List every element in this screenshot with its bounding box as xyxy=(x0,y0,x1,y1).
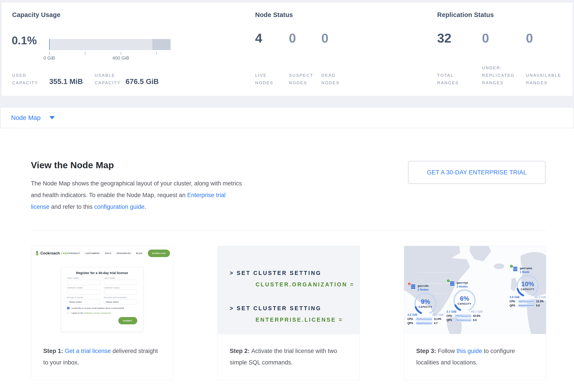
chevron-down-icon xyxy=(49,116,55,119)
axis-tick xyxy=(156,52,157,55)
checkbox-empty-icon xyxy=(67,312,69,314)
label-line: TOTAL xyxy=(437,72,459,79)
locality-header: ✓ geo=ams 1 Node xyxy=(513,266,546,274)
cpu-sparkline xyxy=(455,314,472,317)
label-line: NODES xyxy=(255,79,273,87)
step3-card: 1 geo=sfo 2 Nodes xyxy=(404,246,546,380)
nav-item-customers: CUSTOMERS xyxy=(85,252,100,254)
capacity-gauge: 6% CAPACITY xyxy=(451,289,478,311)
label-line: UNAVAILABLE xyxy=(526,72,561,79)
license-agreement-checkbox-row: I agree to the Software License Agreemen… xyxy=(67,312,137,314)
field-company-name: COMPANY NAME xyxy=(67,287,101,295)
get-enterprise-trial-button[interactable]: GET A 30-DAY ENTERPRISE TRIAL xyxy=(408,161,546,184)
cpu-value: 11.0% xyxy=(434,317,441,320)
configuration-guide-link[interactable]: configuration guide xyxy=(94,204,144,210)
locality-node-count: 2 Nodes xyxy=(418,288,429,291)
qps-value: 0.0 xyxy=(473,318,477,322)
intro-text: and refer to this xyxy=(49,204,94,210)
sql-code-pane: > SET CLUSTER SETTING CLUSTER.ORGANIZATI… xyxy=(218,246,360,334)
select-input: Please Select xyxy=(104,299,137,304)
axis-tick xyxy=(49,52,50,55)
field-label: COMPANY NAME xyxy=(67,287,101,289)
dead-nodes-label: DEAD NODES xyxy=(321,72,340,87)
database-stack-icon xyxy=(450,281,455,286)
capacity-bar xyxy=(49,39,171,50)
nav-item-blog: BLOG xyxy=(136,252,143,254)
axis-label-0: 0 GiB xyxy=(34,55,65,61)
locality-labels: geo=nyc 2 Nodes xyxy=(457,281,468,288)
qps-sparkline xyxy=(518,304,534,307)
step1-card: Cockroach LABS PRODUCT CUSTOMERS DOCS RE… xyxy=(31,246,173,380)
sql-line-4: ENTERPRISE.LICENSE = xyxy=(256,317,343,323)
trial-registration-form: Register for a 30-day trial license FIRS… xyxy=(61,267,143,332)
checkbox-label: I would like to receive email updates ab… xyxy=(71,307,125,309)
text-input xyxy=(67,280,101,285)
intro-paragraph: The Node Map shows the geographical layo… xyxy=(31,178,244,213)
usable-label-line1: USABLE xyxy=(95,72,121,79)
section-divider xyxy=(31,230,546,231)
qps-label: QPS xyxy=(447,318,453,322)
label-line: NODES xyxy=(321,79,340,87)
database-stack-icon xyxy=(513,266,518,272)
steps-cards-row: Cockroach LABS PRODUCT CUSTOMERS DOCS RE… xyxy=(31,246,546,380)
capacity-usage-title: Capacity Usage xyxy=(12,11,61,19)
capacity-bar-used-segment xyxy=(49,39,50,50)
error-badge: 1 xyxy=(407,282,411,286)
label-line: NODES xyxy=(289,79,313,87)
mini-site-header: Cockroach LABS PRODUCT CUSTOMERS DOCS RE… xyxy=(35,250,169,257)
under-replicated-ranges-value: 0 xyxy=(482,31,489,45)
node-map-dropdown[interactable]: Node Map xyxy=(0,107,574,128)
label-line: LIVE xyxy=(255,72,273,79)
cpu-sparkline xyxy=(518,300,534,303)
gauge-percent: 10% xyxy=(514,280,541,288)
this-guide-link[interactable]: this guide xyxy=(457,348,482,354)
locality-ams: ✓ geo=ams 1 Node xyxy=(510,266,546,307)
qps-metric: QPS 0.0 xyxy=(510,304,546,307)
cpu-value: 42.5% xyxy=(473,314,480,317)
field-label: LAST NAME xyxy=(104,277,137,279)
cpu-value: 12.3% xyxy=(536,300,544,303)
node-map-placeholder-section: View the Node Map The Node Map shows the… xyxy=(0,128,574,392)
replication-status-title: Replication Status xyxy=(437,11,494,19)
locality-nyc: ✓ geo=nyc 2 Nodes xyxy=(447,281,483,322)
label-line: RANGES xyxy=(437,79,459,87)
healthy-badge: ✓ xyxy=(447,279,450,283)
page-title: View the Node Map xyxy=(31,160,114,170)
get-trial-license-link[interactable]: Get a trial license xyxy=(65,348,111,354)
field-first-name: FIRST NAME xyxy=(67,277,101,285)
text-input xyxy=(104,280,137,285)
axis-label-400: 400 GiB xyxy=(105,55,136,61)
gauge-capacity-label: CAPACITY xyxy=(451,302,478,305)
capacity-gauge: 10% CAPACITY xyxy=(514,274,541,296)
axis-tick xyxy=(85,52,85,55)
database-stack-icon xyxy=(410,284,416,289)
label-text: I agree to the xyxy=(71,312,84,314)
locality-name: geo=sfo xyxy=(418,284,429,288)
cpu-sparkline xyxy=(416,317,432,320)
logo-suffix: LABS xyxy=(61,252,69,255)
gauge-capacity-label: CAPACITY xyxy=(514,288,541,291)
field-label: FIRST NAME xyxy=(67,277,101,279)
field-label: COMPANY EMAIL xyxy=(104,287,137,289)
field-label: PROJECT PHASE xyxy=(67,297,101,299)
total-ranges-value: 32 xyxy=(437,31,451,45)
cockroach-labs-logo: Cockroach LABS xyxy=(35,251,69,256)
unavailable-ranges-value: 0 xyxy=(526,31,533,45)
usable-label-line2: CAPACITY xyxy=(95,79,121,87)
locality-name: geo=nyc xyxy=(457,281,468,285)
email-updates-checkbox-row: I would like to receive email updates ab… xyxy=(67,307,137,309)
qps-sparkline xyxy=(455,318,472,322)
usable-capacity-label: USABLE CAPACITY xyxy=(95,72,121,87)
field-reason-for-interest: REASON FOR INTEREST Please Select xyxy=(104,297,137,304)
qps-value: 4.7 xyxy=(434,322,438,325)
logo-name: Cockroach xyxy=(41,251,60,256)
qps-value: 0.0 xyxy=(536,304,540,307)
cockroach-bug-icon xyxy=(35,251,39,256)
field-last-name: LAST NAME xyxy=(104,277,137,285)
checkbox-label: I agree to the Software License Agreemen… xyxy=(71,312,111,314)
intro-text: . xyxy=(144,204,146,210)
capacity-bar-other-segment xyxy=(152,39,171,50)
text-input xyxy=(67,289,101,295)
form-title: Register for a 30-day trial license xyxy=(67,271,137,275)
axis-tick xyxy=(121,52,121,55)
